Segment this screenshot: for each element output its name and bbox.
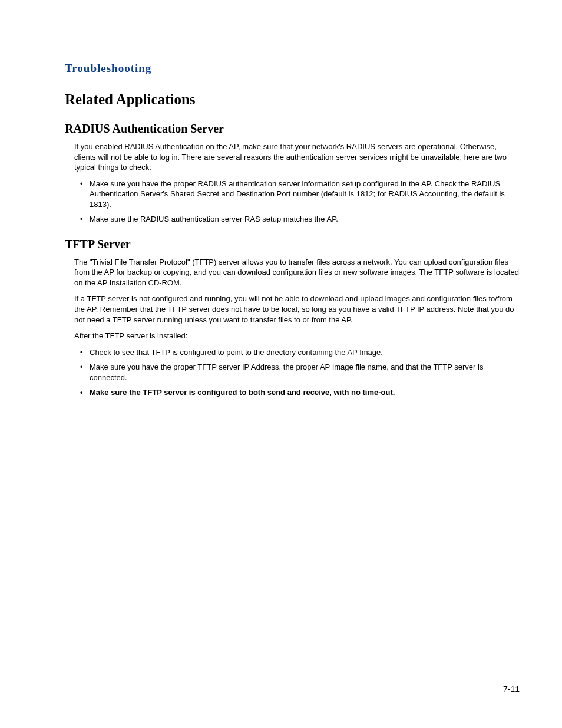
- tftp-paragraph-2: If a TFTP server is not configured and r…: [74, 294, 520, 325]
- tftp-bullet-list: Check to see that TFTP is configured to …: [74, 347, 520, 398]
- tftp-bullet-3: Make sure the TFTP server is configured …: [74, 387, 520, 398]
- tftp-paragraph-1: The "Trivial File Transfer Protocol" (TF…: [74, 257, 520, 288]
- page-heading: Related Applications: [65, 91, 520, 108]
- radius-bullet-1: Make sure you have the proper RADIUS aut…: [74, 179, 520, 210]
- section-radius-heading: RADIUS Authentication Server: [65, 122, 520, 136]
- radius-bullet-2: Make sure the RADIUS authentication serv…: [74, 214, 520, 225]
- page-number: 7-11: [503, 684, 520, 694]
- tftp-bullet-2: Make sure you have the proper TFTP serve…: [74, 362, 520, 383]
- radius-paragraph-1: If you enabled RADIUS Authentication on …: [74, 141, 520, 173]
- radius-bullet-list: Make sure you have the proper RADIUS aut…: [74, 179, 520, 225]
- tftp-bullet-1: Check to see that TFTP is configured to …: [74, 347, 520, 358]
- tftp-paragraph-3: After the TFTP server is installed:: [74, 331, 520, 341]
- chapter-title: Troubleshooting: [65, 62, 520, 75]
- section-tftp-heading: TFTP Server: [65, 238, 520, 251]
